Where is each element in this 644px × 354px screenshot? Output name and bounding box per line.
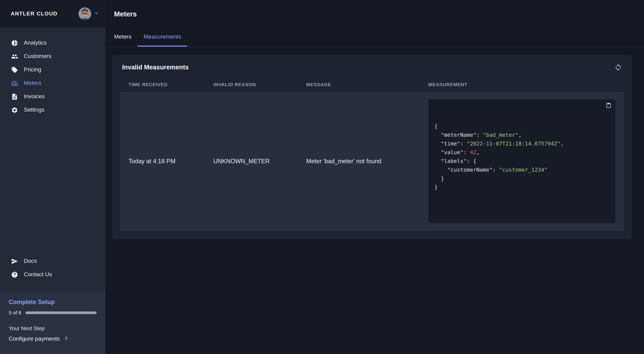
sidebar-item-label: Pricing <box>24 66 41 73</box>
sidebar-item-label: Invoices <box>24 93 45 100</box>
tab-label: Meters <box>114 33 132 40</box>
sidebar-item-label: Customers <box>24 53 51 60</box>
sidebar-item-pricing[interactable]: Pricing <box>0 63 105 76</box>
tab-label: Measurements <box>144 33 181 40</box>
refresh-button[interactable] <box>614 64 622 71</box>
sidebar-item-customers[interactable]: Customers <box>0 50 105 63</box>
cell-measurement: { "meterName": "bad_meter", "time": "202… <box>428 99 616 223</box>
pricing-icon <box>11 66 18 73</box>
refresh-icon <box>614 64 622 71</box>
column-header-measurement: MEASUREMENT <box>428 82 616 87</box>
copy-button[interactable] <box>606 103 612 108</box>
card-title: Invalid Measurements <box>122 64 189 71</box>
tab-meters[interactable]: Meters <box>108 28 138 47</box>
analytics-icon <box>11 39 18 47</box>
sidebar-item-label: Settings <box>24 107 44 113</box>
table-row: Today at 4:18 PM UNKNOWN_METER Meter 'ba… <box>120 92 624 231</box>
measurement-json-code: { "meterName": "bad_meter", "time": "202… <box>434 122 610 192</box>
tab-measurements[interactable]: Measurements <box>138 28 187 47</box>
measurements-table: TIME RECEIVED INVALID REASON MESSAGE MEA… <box>112 80 632 231</box>
main-area: Meters Meters Measurements Invalid Measu… <box>105 0 644 354</box>
next-step-action[interactable]: Configure payments <box>9 336 96 342</box>
user-avatar[interactable] <box>78 7 91 20</box>
cell-message: Meter 'bad_meter' not found <box>306 158 428 165</box>
customers-icon <box>11 53 18 60</box>
setup-progress-row: 5 of 6 <box>9 310 96 316</box>
sidebar-item-label: Analytics <box>24 39 46 46</box>
sidebar-item-label: Contact Us <box>24 271 52 278</box>
brand-logo: ANTLER CLOUD <box>11 11 58 17</box>
column-header-time-received: TIME RECEIVED <box>128 82 213 87</box>
cell-invalid-reason: UNKNOWN_METER <box>213 158 306 165</box>
meters-icon <box>11 79 18 87</box>
account-menu-trigger[interactable] <box>78 7 98 20</box>
clipboard-icon <box>606 103 612 108</box>
sidebar-header: ANTLER CLOUD <box>0 0 105 27</box>
docs-icon <box>11 258 18 265</box>
setup-title: Complete Setup <box>9 299 96 306</box>
help-icon <box>11 271 18 278</box>
sidebar: ANTLER CLOUD <box>0 0 105 354</box>
cell-time-received: Today at 4:18 PM <box>128 158 213 165</box>
setup-panel: Complete Setup 5 of 6 Your Next Step Con… <box>0 291 105 354</box>
chevron-down-icon[interactable] <box>94 11 98 17</box>
setup-progress-bar <box>25 311 96 314</box>
topbar: Meters <box>105 0 644 28</box>
content-area: Invalid Measurements TIME RECEIVED INVAL… <box>105 47 644 354</box>
sidebar-item-docs[interactable]: Docs <box>0 254 105 268</box>
app-window: ANTLER CLOUD <box>0 0 644 354</box>
sidebar-item-invoices[interactable]: Invoices <box>0 90 105 103</box>
chevron-right-icon <box>64 336 68 342</box>
card-header: Invalid Measurements <box>112 55 632 80</box>
measurement-json-block: { "meterName": "bad_meter", "time": "202… <box>428 99 616 223</box>
settings-icon <box>11 106 18 114</box>
sidebar-item-analytics[interactable]: Analytics <box>0 36 105 50</box>
sidebar-spacer <box>0 117 105 254</box>
sidebar-footer-nav: Docs Contact Us <box>0 254 105 281</box>
page-title: Meters <box>114 10 137 18</box>
sidebar-nav: Analytics Customers Pricing Meters <box>0 27 105 117</box>
column-header-invalid-reason: INVALID REASON <box>213 82 306 87</box>
next-step-action-label: Configure payments <box>9 336 60 342</box>
tab-bar: Meters Measurements <box>105 28 644 47</box>
sidebar-item-contact-us[interactable]: Contact Us <box>0 268 105 281</box>
next-step-label: Your Next Step <box>9 326 96 332</box>
invalid-measurements-card: Invalid Measurements TIME RECEIVED INVAL… <box>112 55 632 239</box>
sidebar-item-label: Docs <box>24 258 37 265</box>
sidebar-item-settings[interactable]: Settings <box>0 103 105 117</box>
setup-progress-label: 5 of 6 <box>9 310 21 316</box>
invoices-icon <box>11 93 18 100</box>
column-header-message: MESSAGE <box>306 82 428 87</box>
sidebar-item-label: Meters <box>24 80 41 86</box>
sidebar-item-meters[interactable]: Meters <box>0 76 105 90</box>
table-header-row: TIME RECEIVED INVALID REASON MESSAGE MEA… <box>120 80 624 92</box>
